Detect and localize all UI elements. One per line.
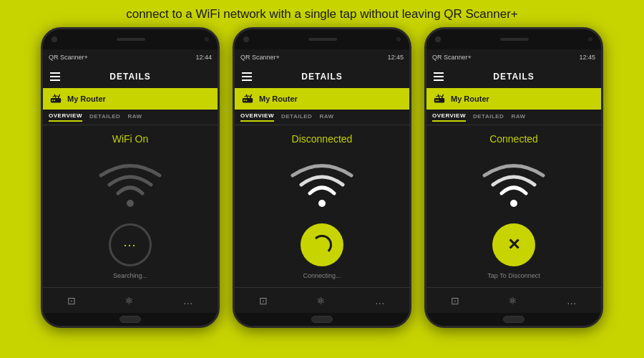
phone-front-cam <box>205 37 209 42</box>
hamburger-icon-1[interactable] <box>50 72 60 81</box>
router-icon-3 <box>432 92 447 106</box>
phone-speaker <box>500 38 529 41</box>
app-header-1: DETAILS <box>43 65 218 88</box>
router-row-3: My Router <box>426 88 601 110</box>
phone-bottom-2: ⊡⚛… <box>235 287 409 313</box>
phone-content-2: Disconnected Connecting... <box>235 125 409 287</box>
hamburger-icon-3[interactable] <box>434 72 444 81</box>
tab-detailed-2[interactable]: DETAILED <box>281 113 312 121</box>
svg-point-8 <box>245 100 247 101</box>
tab-overview-3[interactable]: OVERVIEW <box>432 112 466 122</box>
disconnect-circle[interactable]: ✕ <box>492 223 535 266</box>
phone-1: QR Scanner+ 12:44 DETAILS <box>41 27 220 328</box>
tab-raw-3[interactable]: RAW <box>511 113 525 121</box>
phone-content-3: Connected ✕ Tap To Disconnect <box>426 125 601 287</box>
wifi-arcs-1 <box>98 159 162 209</box>
app-header-2: DETAILS <box>235 65 409 88</box>
phone-camera <box>52 37 57 42</box>
status-bar-2: QR Scanner+ 12:45 <box>235 49 409 65</box>
svg-point-5 <box>127 200 134 207</box>
router-row-2: My Router <box>235 88 409 110</box>
phone-speaker <box>117 38 145 41</box>
action-label-1: Searching... <box>113 272 147 279</box>
bottom-icon-2-2[interactable]: ⚛ <box>316 295 326 306</box>
status-app-name-1: QR Scanner+ <box>49 54 88 61</box>
searching-circle: ⋯ <box>109 223 152 266</box>
svg-point-11 <box>318 200 326 207</box>
action-label-2: Connecting... <box>303 272 341 279</box>
bottom-icon-3-2[interactable]: … <box>375 295 385 306</box>
router-name-2: My Router <box>259 95 298 103</box>
phone-front-cam <box>396 37 401 42</box>
bottom-icon-1-2[interactable]: ⊡ <box>259 295 268 306</box>
phone-top-bar-3 <box>426 29 601 49</box>
phone-bottom-3: ⊡⚛… <box>426 287 601 313</box>
status-time-3: 12:45 <box>579 54 595 61</box>
tab-raw-1[interactable]: RAW <box>127 113 142 121</box>
wifi-arcs-2 <box>290 159 354 209</box>
bottom-icon-1-1[interactable]: ⊡ <box>67 295 76 306</box>
state-label-1: WiFi On <box>112 133 149 145</box>
app-header-title-1: DETAILS <box>109 72 150 82</box>
router-name-1: My Router <box>67 95 106 103</box>
home-button-1[interactable] <box>119 316 141 323</box>
action-label-3: Tap To Disconnect <box>487 272 540 279</box>
phone-front-cam <box>588 37 592 42</box>
phone-camera <box>435 37 441 42</box>
phone-top-bar-2 <box>235 29 409 49</box>
svg-point-13 <box>436 100 437 101</box>
bottom-icon-2-1[interactable]: ⚛ <box>125 295 134 306</box>
phones-row: QR Scanner+ 12:44 DETAILS <box>0 27 644 358</box>
app-header-title-2: DETAILS <box>301 72 342 82</box>
home-button-2[interactable] <box>311 316 333 323</box>
status-bar-1: QR Scanner+ 12:44 <box>43 49 218 65</box>
app-header-title-3: DETAILS <box>493 72 534 82</box>
x-icon: ✕ <box>507 236 520 254</box>
phone-content-1: WiFi On ⋯ Searching... <box>43 125 218 287</box>
tab-detailed-3[interactable]: DETAILED <box>473 113 504 121</box>
phone-top-bar-1 <box>43 29 218 49</box>
bottom-icon-3-3[interactable]: … <box>567 295 577 306</box>
bottom-icon-1-3[interactable]: ⊡ <box>451 295 459 306</box>
bottom-icon-2-3[interactable]: ⚛ <box>508 295 517 306</box>
tabs-row-3: OVERVIEWDETAILEDRAW <box>426 110 601 125</box>
phone-bottom-1: ⊡⚛… <box>43 287 218 313</box>
tab-detailed-1[interactable]: DETAILED <box>89 113 120 121</box>
tab-overview-1[interactable]: OVERVIEW <box>49 112 82 122</box>
svg-point-7 <box>244 100 245 101</box>
phone-wrapper-1: QR Scanner+ 12:44 DETAILS <box>41 27 220 328</box>
headline: connect to a WiFi network with a single … <box>0 0 644 27</box>
router-icon-2 <box>240 92 255 106</box>
connecting-circle[interactable] <box>301 223 343 266</box>
phone-camera <box>243 37 249 42</box>
router-row-1: My Router <box>43 88 218 110</box>
status-app-name-2: QR Scanner+ <box>240 54 280 61</box>
wifi-arcs-3 <box>482 159 546 209</box>
searching-dots: ⋯ <box>123 237 137 253</box>
phone-home-3 <box>426 313 601 326</box>
hamburger-icon-2[interactable] <box>242 72 252 81</box>
phone-speaker <box>308 38 337 41</box>
tabs-row-1: OVERVIEWDETAILEDRAW <box>43 110 218 125</box>
status-time-1: 12:44 <box>195 54 212 61</box>
home-button-3[interactable] <box>503 316 525 323</box>
status-time-2: 12:45 <box>387 54 404 61</box>
app-header-3: DETAILS <box>426 65 601 88</box>
phone-home-1 <box>43 313 218 326</box>
tab-raw-2[interactable]: RAW <box>319 113 333 121</box>
svg-point-1 <box>52 100 54 101</box>
tab-overview-2[interactable]: OVERVIEW <box>240 112 274 122</box>
bottom-icon-3-1[interactable]: … <box>183 295 193 306</box>
state-label-2: Disconnected <box>292 133 353 145</box>
router-name-3: My Router <box>451 95 489 103</box>
phone-3: QR Scanner+ 12:45 DETAILS <box>424 27 603 328</box>
svg-point-2 <box>54 100 55 101</box>
phone-2: QR Scanner+ 12:45 DETAILS <box>233 27 411 328</box>
router-icon-1 <box>49 92 63 106</box>
phone-wrapper-2: QR Scanner+ 12:45 DETAILS <box>233 27 411 328</box>
svg-point-17 <box>510 200 517 207</box>
tabs-row-2: OVERVIEWDETAILEDRAW <box>235 110 409 125</box>
state-label-3: Connected <box>489 133 538 145</box>
status-app-name-3: QR Scanner+ <box>432 54 472 61</box>
spin-arc <box>312 235 332 255</box>
